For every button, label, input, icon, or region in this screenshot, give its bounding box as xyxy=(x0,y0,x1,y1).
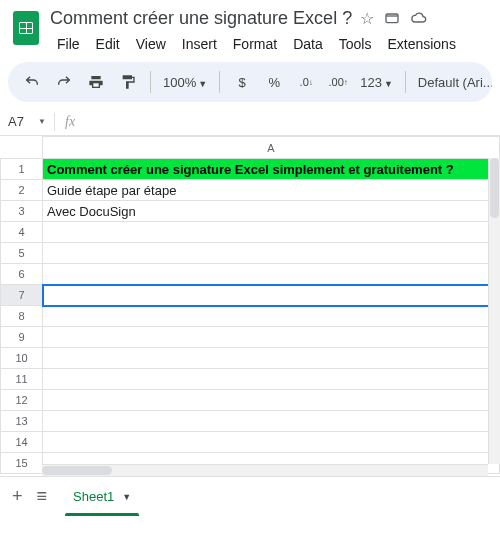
svg-rect-0 xyxy=(386,14,398,23)
row-header[interactable]: 11 xyxy=(1,369,43,390)
fx-icon: fx xyxy=(55,114,85,130)
vertical-scrollbar[interactable] xyxy=(488,158,500,464)
menu-data[interactable]: Data xyxy=(286,32,330,56)
cell[interactable] xyxy=(43,264,500,285)
undo-button[interactable] xyxy=(18,68,46,96)
cell[interactable] xyxy=(43,222,500,243)
row-header[interactable]: 14 xyxy=(1,432,43,453)
cloud-status-icon[interactable] xyxy=(410,10,428,26)
add-sheet-button[interactable]: + xyxy=(12,486,23,507)
row-header[interactable]: 12 xyxy=(1,390,43,411)
row-header[interactable]: 7 xyxy=(1,285,43,306)
cell[interactable] xyxy=(43,285,500,306)
menu-insert[interactable]: Insert xyxy=(175,32,224,56)
cell[interactable] xyxy=(43,243,500,264)
select-all-corner[interactable] xyxy=(1,137,43,159)
row-header[interactable]: 3 xyxy=(1,201,43,222)
redo-button[interactable] xyxy=(50,68,78,96)
format-currency-button[interactable]: $ xyxy=(228,68,256,96)
cell[interactable] xyxy=(43,390,500,411)
spreadsheet-grid[interactable]: A1Comment créer une signature Excel simp… xyxy=(0,136,500,476)
star-icon[interactable]: ☆ xyxy=(360,9,374,28)
menu-file[interactable]: File xyxy=(50,32,87,56)
move-icon[interactable] xyxy=(384,10,400,26)
row-header[interactable]: 9 xyxy=(1,327,43,348)
cell[interactable]: Guide étape par étape xyxy=(43,180,500,201)
menu-bar: File Edit View Insert Format Data Tools … xyxy=(50,32,492,56)
cell[interactable] xyxy=(43,348,500,369)
sheet-tab-active[interactable]: Sheet1 ▼ xyxy=(61,477,143,516)
cell[interactable] xyxy=(43,432,500,453)
menu-tools[interactable]: Tools xyxy=(332,32,379,56)
row-header[interactable]: 13 xyxy=(1,411,43,432)
all-sheets-button[interactable]: ≡ xyxy=(37,486,48,507)
row-header[interactable]: 4 xyxy=(1,222,43,243)
cell[interactable] xyxy=(43,327,500,348)
menu-edit[interactable]: Edit xyxy=(89,32,127,56)
cell[interactable]: Avec DocuSign xyxy=(43,201,500,222)
document-title[interactable]: Comment créer une signature Excel ? xyxy=(50,8,352,29)
cell[interactable] xyxy=(43,411,500,432)
row-header[interactable]: 2 xyxy=(1,180,43,201)
sheet-tab-menu-icon[interactable]: ▼ xyxy=(122,492,131,502)
row-header[interactable]: 6 xyxy=(1,264,43,285)
more-formats-dropdown[interactable]: 123▼ xyxy=(356,75,397,90)
column-header[interactable]: A xyxy=(43,137,500,159)
title-bar: Comment créer une signature Excel ? ☆ Fi… xyxy=(0,0,500,56)
font-dropdown[interactable]: Default (Ari...▼ xyxy=(414,75,492,90)
paint-format-button[interactable] xyxy=(114,68,142,96)
print-button[interactable] xyxy=(82,68,110,96)
formula-bar: A7▼ fx xyxy=(0,108,500,136)
zoom-dropdown[interactable]: 100%▼ xyxy=(159,75,211,90)
increase-decimal-button[interactable]: .00↑ xyxy=(324,68,352,96)
row-header[interactable]: 10 xyxy=(1,348,43,369)
row-header[interactable]: 1 xyxy=(1,159,43,180)
toolbar: 100%▼ $ % .0↓ .00↑ 123▼ Default (Ari...▼ xyxy=(8,62,492,102)
name-box[interactable]: A7▼ xyxy=(0,108,54,135)
sheets-logo[interactable] xyxy=(8,10,44,46)
sheet-tab-bar: + ≡ Sheet1 ▼ xyxy=(0,476,500,516)
format-percent-button[interactable]: % xyxy=(260,68,288,96)
cell[interactable] xyxy=(43,306,500,327)
menu-view[interactable]: View xyxy=(129,32,173,56)
sheet-tab-label: Sheet1 xyxy=(73,489,114,504)
row-header[interactable]: 5 xyxy=(1,243,43,264)
decrease-decimal-button[interactable]: .0↓ xyxy=(292,68,320,96)
menu-extensions[interactable]: Extensions xyxy=(380,32,462,56)
menu-format[interactable]: Format xyxy=(226,32,284,56)
cell[interactable] xyxy=(43,369,500,390)
row-header[interactable]: 8 xyxy=(1,306,43,327)
row-header[interactable]: 15 xyxy=(1,453,43,474)
cell[interactable]: Comment créer une signature Excel simple… xyxy=(43,159,500,180)
horizontal-scrollbar[interactable] xyxy=(42,464,488,476)
